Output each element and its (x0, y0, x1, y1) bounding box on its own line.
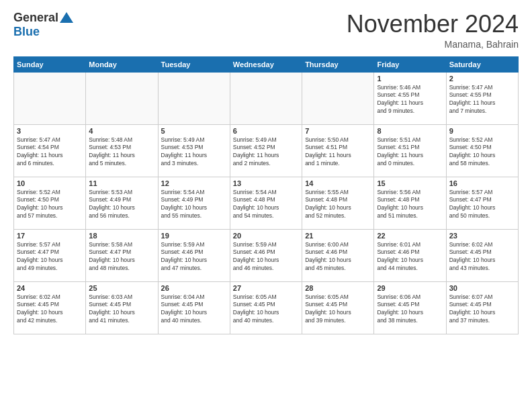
cell-info: Sunrise: 5:51 AMSunset: 4:51 PMDaylight:… (377, 136, 443, 169)
day-number: 17 (17, 232, 83, 240)
cell-info: Sunrise: 5:47 AMSunset: 4:55 PMDaylight:… (449, 84, 515, 116)
day-number: 8 (377, 127, 443, 135)
day-number: 12 (161, 179, 227, 187)
cell-info: Sunrise: 5:52 AMSunset: 4:50 PMDaylight:… (449, 136, 515, 169)
day-number: 29 (377, 284, 443, 292)
day-number: 25 (89, 284, 154, 292)
day-number: 21 (305, 232, 371, 240)
table-row (158, 72, 230, 124)
table-row (302, 72, 374, 124)
cell-info: Sunrise: 6:03 AMSunset: 4:45 PMDaylight:… (89, 293, 154, 326)
cell-info: Sunrise: 5:53 AMSunset: 4:49 PMDaylight:… (89, 189, 154, 221)
day-number: 24 (17, 284, 83, 292)
calendar-week-row: 1Sunrise: 5:46 AMSunset: 4:55 PMDaylight… (14, 72, 519, 124)
cell-info: Sunrise: 6:00 AMSunset: 4:46 PMDaylight:… (305, 241, 371, 273)
calendar-body: 1Sunrise: 5:46 AMSunset: 4:55 PMDaylight… (14, 72, 519, 334)
table-row: 5Sunrise: 5:49 AMSunset: 4:53 PMDaylight… (158, 124, 230, 177)
cell-info: Sunrise: 5:49 AMSunset: 4:52 PMDaylight:… (233, 136, 299, 169)
day-number: 5 (161, 127, 227, 135)
table-row (14, 72, 86, 124)
table-row: 29Sunrise: 6:06 AMSunset: 4:45 PMDayligh… (374, 281, 446, 334)
table-row: 8Sunrise: 5:51 AMSunset: 4:51 PMDaylight… (374, 124, 446, 177)
cell-info: Sunrise: 5:52 AMSunset: 4:50 PMDaylight:… (17, 189, 83, 221)
cell-info: Sunrise: 5:48 AMSunset: 4:53 PMDaylight:… (89, 136, 154, 169)
table-row: 30Sunrise: 6:07 AMSunset: 4:45 PMDayligh… (446, 281, 518, 334)
day-number: 1 (377, 75, 443, 83)
day-number: 7 (305, 127, 371, 135)
weekday-header-cell: Tuesday (158, 56, 230, 72)
day-number: 27 (233, 284, 299, 292)
calendar: SundayMondayTuesdayWednesdayThursdayFrid… (13, 56, 519, 334)
cell-info: Sunrise: 5:59 AMSunset: 4:46 PMDaylight:… (161, 241, 227, 273)
table-row: 3Sunrise: 5:47 AMSunset: 4:54 PMDaylight… (14, 124, 86, 177)
table-row: 14Sunrise: 5:55 AMSunset: 4:48 PMDayligh… (302, 177, 374, 229)
day-number: 26 (161, 284, 227, 292)
table-row: 22Sunrise: 6:01 AMSunset: 4:46 PMDayligh… (374, 229, 446, 281)
table-row: 18Sunrise: 5:58 AMSunset: 4:47 PMDayligh… (86, 229, 158, 281)
cell-info: Sunrise: 6:07 AMSunset: 4:45 PMDaylight:… (449, 293, 515, 326)
table-row: 17Sunrise: 5:57 AMSunset: 4:47 PMDayligh… (14, 229, 86, 281)
table-row: 10Sunrise: 5:52 AMSunset: 4:50 PMDayligh… (14, 177, 86, 229)
logo-general-text: General (13, 11, 58, 25)
cell-info: Sunrise: 6:02 AMSunset: 4:45 PMDaylight:… (17, 293, 83, 326)
table-row: 26Sunrise: 6:04 AMSunset: 4:45 PMDayligh… (158, 281, 230, 334)
table-row: 2Sunrise: 5:47 AMSunset: 4:55 PMDaylight… (446, 72, 518, 124)
weekday-header-cell: Thursday (302, 56, 374, 72)
weekday-header-cell: Friday (374, 56, 446, 72)
table-row: 13Sunrise: 5:54 AMSunset: 4:48 PMDayligh… (230, 177, 302, 229)
cell-info: Sunrise: 5:56 AMSunset: 4:48 PMDaylight:… (377, 189, 443, 221)
day-number: 15 (377, 179, 443, 187)
weekday-header-cell: Wednesday (230, 56, 302, 72)
header: General Blue November 2024 Manama, Bahra… (13, 11, 519, 50)
day-number: 28 (305, 284, 371, 292)
cell-info: Sunrise: 5:57 AMSunset: 4:47 PMDaylight:… (449, 189, 515, 221)
cell-info: Sunrise: 5:46 AMSunset: 4:55 PMDaylight:… (377, 84, 443, 116)
logo-triangle-icon (60, 12, 73, 23)
table-row: 7Sunrise: 5:50 AMSunset: 4:51 PMDaylight… (302, 124, 374, 177)
cell-info: Sunrise: 5:55 AMSunset: 4:48 PMDaylight:… (305, 189, 371, 221)
cell-info: Sunrise: 5:50 AMSunset: 4:51 PMDaylight:… (305, 136, 371, 169)
table-row: 1Sunrise: 5:46 AMSunset: 4:55 PMDaylight… (374, 72, 446, 124)
table-row: 20Sunrise: 5:59 AMSunset: 4:46 PMDayligh… (230, 229, 302, 281)
day-number: 19 (161, 232, 227, 240)
day-number: 13 (233, 179, 299, 187)
day-number: 6 (233, 127, 299, 135)
table-row (86, 72, 158, 124)
table-row: 12Sunrise: 5:54 AMSunset: 4:49 PMDayligh… (158, 177, 230, 229)
calendar-week-row: 24Sunrise: 6:02 AMSunset: 4:45 PMDayligh… (14, 281, 519, 334)
table-row: 11Sunrise: 5:53 AMSunset: 4:49 PMDayligh… (86, 177, 158, 229)
calendar-week-row: 10Sunrise: 5:52 AMSunset: 4:50 PMDayligh… (14, 177, 519, 229)
title-area: November 2024 Manama, Bahrain (347, 11, 519, 50)
table-row: 27Sunrise: 6:05 AMSunset: 4:45 PMDayligh… (230, 281, 302, 334)
day-number: 10 (17, 179, 83, 187)
weekday-header-row: SundayMondayTuesdayWednesdayThursdayFrid… (14, 56, 519, 72)
month-title: November 2024 (347, 11, 519, 38)
calendar-week-row: 3Sunrise: 5:47 AMSunset: 4:54 PMDaylight… (14, 124, 519, 177)
day-number: 2 (449, 75, 515, 83)
table-row: 9Sunrise: 5:52 AMSunset: 4:50 PMDaylight… (446, 124, 518, 177)
cell-info: Sunrise: 6:02 AMSunset: 4:45 PMDaylight:… (449, 241, 515, 273)
cell-info: Sunrise: 5:59 AMSunset: 4:46 PMDaylight:… (233, 241, 299, 273)
day-number: 30 (449, 284, 515, 292)
cell-info: Sunrise: 6:05 AMSunset: 4:45 PMDaylight:… (233, 293, 299, 326)
page: General Blue November 2024 Manama, Bahra… (0, 0, 532, 411)
cell-info: Sunrise: 5:54 AMSunset: 4:48 PMDaylight:… (233, 189, 299, 221)
logo-blue-text: Blue (13, 25, 40, 39)
cell-info: Sunrise: 5:58 AMSunset: 4:47 PMDaylight:… (89, 241, 154, 273)
table-row: 19Sunrise: 5:59 AMSunset: 4:46 PMDayligh… (158, 229, 230, 281)
table-row: 23Sunrise: 6:02 AMSunset: 4:45 PMDayligh… (446, 229, 518, 281)
weekday-header-cell: Monday (86, 56, 158, 72)
table-row (230, 72, 302, 124)
logo: General Blue (13, 11, 73, 39)
cell-info: Sunrise: 6:01 AMSunset: 4:46 PMDaylight:… (377, 241, 443, 273)
day-number: 16 (449, 179, 515, 187)
day-number: 23 (449, 232, 515, 240)
day-number: 9 (449, 127, 515, 135)
weekday-header-cell: Saturday (446, 56, 518, 72)
table-row: 28Sunrise: 6:05 AMSunset: 4:45 PMDayligh… (302, 281, 374, 334)
table-row: 24Sunrise: 6:02 AMSunset: 4:45 PMDayligh… (14, 281, 86, 334)
cell-info: Sunrise: 6:05 AMSunset: 4:45 PMDaylight:… (305, 293, 371, 326)
cell-info: Sunrise: 6:04 AMSunset: 4:45 PMDaylight:… (161, 293, 227, 326)
day-number: 14 (305, 179, 371, 187)
weekday-header-cell: Sunday (14, 56, 86, 72)
